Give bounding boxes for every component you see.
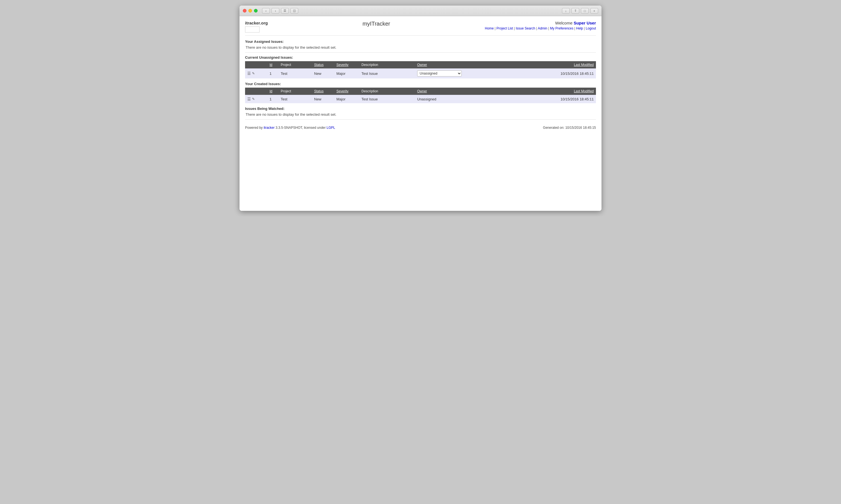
upload-button[interactable]: ⇧ (571, 8, 579, 14)
itracker-link[interactable]: itracker (264, 126, 275, 130)
row-owner-select-cell: Unassigned (415, 68, 470, 78)
divider-1 (245, 52, 596, 53)
sort-status-link-2[interactable]: Status (314, 89, 324, 93)
row-id: 1 (267, 68, 278, 78)
divider-2 (245, 119, 596, 120)
col-severity-2: Severity (334, 88, 359, 95)
logo-box (245, 26, 259, 33)
close-button[interactable] (243, 9, 246, 13)
edit-icon-2[interactable]: ✎ (252, 97, 255, 101)
assigned-issues-title: Your Assigned Issues: (245, 39, 596, 44)
minimize-button[interactable] (248, 9, 252, 13)
titlebar-right: ↓ ⇧ □ + (562, 8, 598, 14)
download-button[interactable]: ↓ (562, 8, 570, 14)
sort-id-link[interactable]: Id (270, 63, 272, 67)
page-footer: Powered by itracker 3.3.5-SNAPSHOT, lice… (245, 122, 596, 130)
forward-button[interactable]: › (272, 8, 279, 14)
nav-logout[interactable]: Logout (586, 26, 596, 30)
traffic-lights (243, 9, 258, 13)
created-issues-header: Id Project Status Severity Description (245, 88, 596, 95)
unassigned-issues-header: Id Project Status Severity Description (245, 61, 596, 68)
edit-icon[interactable]: ✎ (252, 71, 255, 75)
row-project-2: Test (278, 95, 312, 103)
share-button[interactable]: ◫ (290, 8, 298, 14)
unassigned-issues-table: Id Project Status Severity Description (245, 61, 596, 78)
col-actions-2 (245, 88, 267, 95)
nav-home[interactable]: Home (485, 26, 494, 30)
list-icon[interactable]: ☰ (247, 71, 251, 76)
nav-admin[interactable]: Admin (538, 26, 547, 30)
sort-severity-link[interactable]: Severity (337, 63, 348, 67)
titlebar: ‹ › ☰ ◫ ↓ ⇧ □ + (240, 5, 601, 16)
owner-select[interactable]: Unassigned (417, 70, 462, 76)
col-description-label: Description (361, 63, 378, 67)
watched-issues-title: Issues Being Watched: (245, 107, 596, 111)
site-title-area: myITracker (363, 21, 390, 27)
nav-links: Home | Project List | Issue Search | Adm… (485, 26, 596, 30)
sort-last-modified-link[interactable]: Last Modified (574, 63, 594, 67)
col-status: Status (312, 61, 334, 68)
windows-button[interactable]: □ (581, 8, 589, 14)
username[interactable]: Super User (574, 21, 596, 25)
new-tab-button[interactable]: + (590, 8, 598, 14)
welcome-text: Welcome Super User (485, 21, 596, 25)
col-id-2: Id (267, 88, 278, 95)
created-issues-title: Your Created Issues: (245, 82, 596, 86)
col-project-2: Project (278, 88, 312, 95)
version-text: 3.3.5-SNAPSHOT, licensed under (275, 126, 327, 130)
row-owner-2: Unassigned (415, 95, 470, 103)
back-button[interactable]: ‹ (262, 8, 270, 14)
col-last-modified: Last Modified (470, 61, 596, 68)
col-owner: Owner (415, 61, 470, 68)
sort-owner-link-2[interactable]: Owner (417, 89, 427, 93)
nav-issue-search[interactable]: Issue Search (516, 26, 535, 30)
page-content: itracker.org myITracker Welcome Super Us… (240, 16, 601, 211)
footer-left: Powered by itracker 3.3.5-SNAPSHOT, lice… (245, 126, 335, 130)
row-project: Test (278, 68, 312, 78)
created-issues-body: ☰ ✎ 1 Test New Major Test Issue Unassign… (245, 95, 596, 103)
nav-my-preferences[interactable]: My Preferences (550, 26, 573, 30)
col-project-label-2: Project (281, 89, 291, 93)
col-severity: Severity (334, 61, 359, 68)
sort-severity-link-2[interactable]: Severity (337, 89, 348, 93)
unassigned-issues-body: ☰ ✎ 1 Test New Major Test Issue Unassign… (245, 68, 596, 78)
sort-last-modified-link-2[interactable]: Last Modified (574, 89, 594, 93)
row-actions-2: ☰ ✎ (245, 95, 267, 103)
nav-project-list[interactable]: Project List (497, 26, 513, 30)
site-nav: Welcome Super User Home | Project List |… (485, 21, 596, 30)
col-status-2: Status (312, 88, 334, 95)
col-last-modified-2: Last Modified (470, 88, 596, 95)
assigned-issues-empty: There are no issues to display for the s… (245, 45, 596, 50)
site-title: myITracker (363, 21, 390, 27)
list-icon-2[interactable]: ☰ (247, 97, 251, 101)
generated-label: Generated on: 10/15/2016 18:45:15 (543, 126, 596, 130)
nav-help[interactable]: Help (576, 26, 583, 30)
col-project: Project (278, 61, 312, 68)
row-last-modified-2: 10/15/2016 18:45:11 (470, 95, 596, 103)
created-issues-table: Id Project Status Severity Description (245, 88, 596, 103)
app-window: ‹ › ☰ ◫ ↓ ⇧ □ + itracker.org myITracker … (240, 5, 601, 211)
action-icons-2: ☰ ✎ (247, 97, 265, 101)
logo-area: itracker.org (245, 21, 268, 33)
col-project-label: Project (281, 63, 291, 67)
col-description-label-2: Description (361, 89, 378, 93)
maximize-button[interactable] (254, 9, 258, 13)
table-row: ☰ ✎ 1 Test New Major Test Issue Unassign… (245, 68, 596, 78)
sort-owner-link[interactable]: Owner (417, 63, 427, 67)
row-last-modified: 10/15/2016 18:45:11 (470, 68, 596, 78)
col-owner-2: Owner (415, 88, 470, 95)
sort-id-link-2[interactable]: Id (270, 89, 272, 93)
row-status: New (312, 68, 334, 78)
table-row: ☰ ✎ 1 Test New Major Test Issue Unassign… (245, 95, 596, 103)
nav-buttons: ‹ › ☰ ◫ (262, 8, 298, 14)
row-severity: Major (334, 68, 359, 78)
action-icons: ☰ ✎ (247, 71, 265, 76)
row-description: Test Issue (359, 68, 415, 78)
site-header: itracker.org myITracker Welcome Super Us… (245, 21, 596, 36)
reader-button[interactable]: ☰ (281, 8, 289, 14)
watched-issues-empty: There are no issues to display for the s… (245, 112, 596, 116)
lgpl-link[interactable]: LGPL (327, 126, 335, 130)
unassigned-issues-title: Current Unassigned Issues: (245, 55, 596, 59)
col-description: Description (359, 61, 415, 68)
sort-status-link[interactable]: Status (314, 63, 324, 67)
